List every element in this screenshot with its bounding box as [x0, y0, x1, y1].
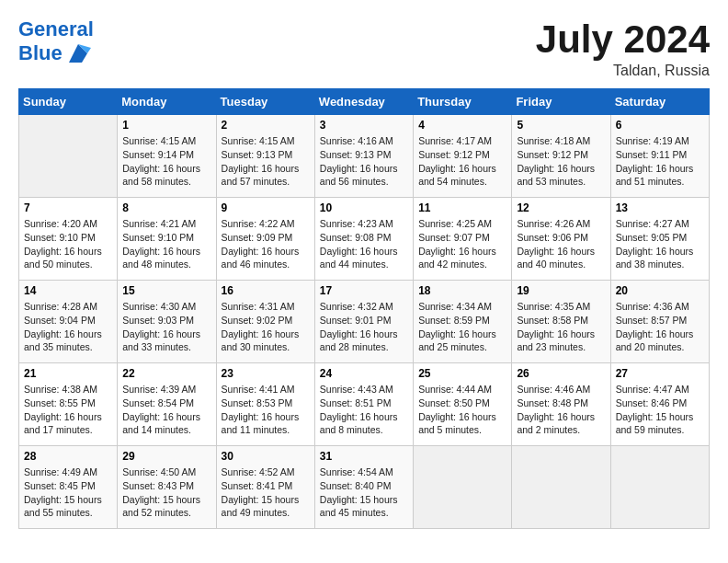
day-cell: 3Sunrise: 4:16 AMSunset: 9:13 PMDaylight… [314, 115, 413, 198]
day-info: Sunrise: 4:28 AMSunset: 9:04 PMDaylight:… [24, 300, 112, 354]
day-info: Sunrise: 4:16 AMSunset: 9:13 PMDaylight:… [320, 134, 408, 189]
day-number: 12 [517, 201, 605, 214]
day-cell: 30Sunrise: 4:52 AMSunset: 8:41 PMDayligh… [216, 446, 314, 529]
day-number: 9 [222, 201, 310, 214]
day-info: Sunrise: 4:49 AMSunset: 8:45 PMDaylight:… [24, 465, 112, 520]
day-cell: 16Sunrise: 4:31 AMSunset: 9:02 PMDayligh… [216, 281, 314, 363]
day-cell: 26Sunrise: 4:46 AMSunset: 8:48 PMDayligh… [512, 363, 610, 446]
day-info: Sunrise: 4:54 AMSunset: 8:40 PMDaylight:… [320, 465, 408, 520]
day-cell: 5Sunrise: 4:18 AMSunset: 9:12 PMDaylight… [512, 115, 610, 198]
day-number: 6 [616, 119, 704, 132]
day-info: Sunrise: 4:50 AMSunset: 8:43 PMDaylight:… [122, 465, 210, 520]
day-number: 18 [418, 284, 506, 297]
day-info: Sunrise: 4:31 AMSunset: 9:02 PMDaylight:… [222, 300, 310, 354]
day-cell: 29Sunrise: 4:50 AMSunset: 8:43 PMDayligh… [118, 446, 216, 529]
day-header-sunday: Sunday [19, 89, 118, 115]
day-number: 2 [222, 119, 310, 132]
day-cell: 17Sunrise: 4:32 AMSunset: 9:01 PMDayligh… [314, 281, 413, 363]
calendar-table: SundayMondayTuesdayWednesdayThursdayFrid… [18, 88, 710, 529]
day-info: Sunrise: 4:38 AMSunset: 8:55 PMDaylight:… [24, 383, 112, 437]
day-number: 30 [222, 450, 310, 463]
day-info: Sunrise: 4:26 AMSunset: 9:06 PMDaylight:… [517, 217, 605, 271]
day-cell: 15Sunrise: 4:30 AMSunset: 9:03 PMDayligh… [118, 281, 216, 363]
day-number: 29 [122, 450, 210, 463]
day-number: 19 [517, 284, 605, 297]
day-cell: 18Sunrise: 4:34 AMSunset: 8:59 PMDayligh… [414, 281, 512, 363]
week-row-5: 28Sunrise: 4:49 AMSunset: 8:45 PMDayligh… [19, 446, 710, 529]
day-cell: 4Sunrise: 4:17 AMSunset: 9:12 PMDaylight… [414, 115, 512, 198]
day-cell: 12Sunrise: 4:26 AMSunset: 9:06 PMDayligh… [512, 198, 610, 281]
week-row-2: 7Sunrise: 4:20 AMSunset: 9:10 PMDaylight… [19, 198, 710, 281]
day-info: Sunrise: 4:41 AMSunset: 8:53 PMDaylight:… [222, 383, 310, 437]
day-cell [19, 115, 118, 198]
day-info: Sunrise: 4:15 AMSunset: 9:13 PMDaylight:… [222, 134, 310, 189]
day-info: Sunrise: 4:46 AMSunset: 8:48 PMDaylight:… [517, 383, 605, 437]
day-info: Sunrise: 4:44 AMSunset: 8:50 PMDaylight:… [418, 383, 506, 437]
day-info: Sunrise: 4:35 AMSunset: 8:58 PMDaylight:… [517, 300, 605, 354]
day-info: Sunrise: 4:20 AMSunset: 9:10 PMDaylight:… [24, 217, 112, 271]
day-cell: 13Sunrise: 4:27 AMSunset: 9:05 PMDayligh… [610, 198, 709, 281]
day-cell: 21Sunrise: 4:38 AMSunset: 8:55 PMDayligh… [19, 363, 118, 446]
day-info: Sunrise: 4:39 AMSunset: 8:54 PMDaylight:… [122, 383, 210, 437]
logo: General Blue [18, 18, 94, 66]
day-info: Sunrise: 4:23 AMSunset: 9:08 PMDaylight:… [320, 217, 408, 271]
day-number: 23 [222, 367, 310, 380]
day-info: Sunrise: 4:34 AMSunset: 8:59 PMDaylight:… [418, 300, 506, 354]
day-number: 21 [24, 367, 112, 380]
day-info: Sunrise: 4:47 AMSunset: 8:46 PMDaylight:… [616, 383, 704, 437]
day-header-thursday: Thursday [414, 89, 512, 115]
day-number: 27 [616, 367, 704, 380]
day-info: Sunrise: 4:19 AMSunset: 9:11 PMDaylight:… [616, 134, 704, 189]
day-number: 17 [320, 284, 408, 297]
week-row-1: 1Sunrise: 4:15 AMSunset: 9:14 PMDaylight… [19, 115, 710, 198]
day-info: Sunrise: 4:18 AMSunset: 9:12 PMDaylight:… [517, 134, 605, 189]
day-cell: 2Sunrise: 4:15 AMSunset: 9:13 PMDaylight… [216, 115, 314, 198]
day-number: 31 [320, 450, 408, 463]
page-header: General Blue July 2024 Taldan, Russia [18, 18, 710, 79]
day-header-saturday: Saturday [610, 89, 709, 115]
day-number: 15 [122, 284, 210, 297]
day-number: 25 [418, 367, 506, 380]
day-number: 11 [418, 201, 506, 214]
header-row: SundayMondayTuesdayWednesdayThursdayFrid… [19, 89, 710, 115]
day-info: Sunrise: 4:32 AMSunset: 9:01 PMDaylight:… [320, 300, 408, 354]
day-info: Sunrise: 4:25 AMSunset: 9:07 PMDaylight:… [418, 217, 506, 271]
day-info: Sunrise: 4:17 AMSunset: 9:12 PMDaylight:… [418, 134, 506, 189]
day-info: Sunrise: 4:36 AMSunset: 8:57 PMDaylight:… [616, 300, 704, 354]
day-number: 28 [24, 450, 112, 463]
day-cell [414, 446, 512, 529]
day-cell: 23Sunrise: 4:41 AMSunset: 8:53 PMDayligh… [216, 363, 314, 446]
day-info: Sunrise: 4:22 AMSunset: 9:09 PMDaylight:… [222, 217, 310, 271]
day-info: Sunrise: 4:21 AMSunset: 9:10 PMDaylight:… [122, 217, 210, 271]
day-cell: 28Sunrise: 4:49 AMSunset: 8:45 PMDayligh… [19, 446, 118, 529]
day-cell: 24Sunrise: 4:43 AMSunset: 8:51 PMDayligh… [314, 363, 413, 446]
day-header-wednesday: Wednesday [314, 89, 413, 115]
day-cell: 6Sunrise: 4:19 AMSunset: 9:11 PMDaylight… [610, 115, 709, 198]
day-cell: 19Sunrise: 4:35 AMSunset: 8:58 PMDayligh… [512, 281, 610, 363]
day-number: 16 [222, 284, 310, 297]
day-number: 10 [320, 201, 408, 214]
day-number: 26 [517, 367, 605, 380]
day-number: 4 [418, 119, 506, 132]
day-cell: 22Sunrise: 4:39 AMSunset: 8:54 PMDayligh… [118, 363, 216, 446]
location: Taldan, Russia [536, 63, 710, 79]
day-cell: 20Sunrise: 4:36 AMSunset: 8:57 PMDayligh… [610, 281, 709, 363]
day-cell: 9Sunrise: 4:22 AMSunset: 9:09 PMDaylight… [216, 198, 314, 281]
day-cell [512, 446, 610, 529]
day-number: 8 [122, 201, 210, 214]
day-cell: 10Sunrise: 4:23 AMSunset: 9:08 PMDayligh… [314, 198, 413, 281]
month-title: July 2024 [536, 18, 710, 61]
day-cell: 7Sunrise: 4:20 AMSunset: 9:10 PMDaylight… [19, 198, 118, 281]
day-number: 13 [616, 201, 704, 214]
day-cell: 27Sunrise: 4:47 AMSunset: 8:46 PMDayligh… [610, 363, 709, 446]
day-info: Sunrise: 4:52 AMSunset: 8:41 PMDaylight:… [222, 465, 310, 520]
day-info: Sunrise: 4:15 AMSunset: 9:14 PMDaylight:… [122, 134, 210, 189]
day-number: 24 [320, 367, 408, 380]
day-cell: 1Sunrise: 4:15 AMSunset: 9:14 PMDaylight… [118, 115, 216, 198]
logo-general: General [18, 17, 94, 40]
day-cell [610, 446, 709, 529]
logo-blue: Blue [18, 42, 63, 64]
day-cell: 8Sunrise: 4:21 AMSunset: 9:10 PMDaylight… [118, 198, 216, 281]
day-number: 3 [320, 119, 408, 132]
day-number: 14 [24, 284, 112, 297]
